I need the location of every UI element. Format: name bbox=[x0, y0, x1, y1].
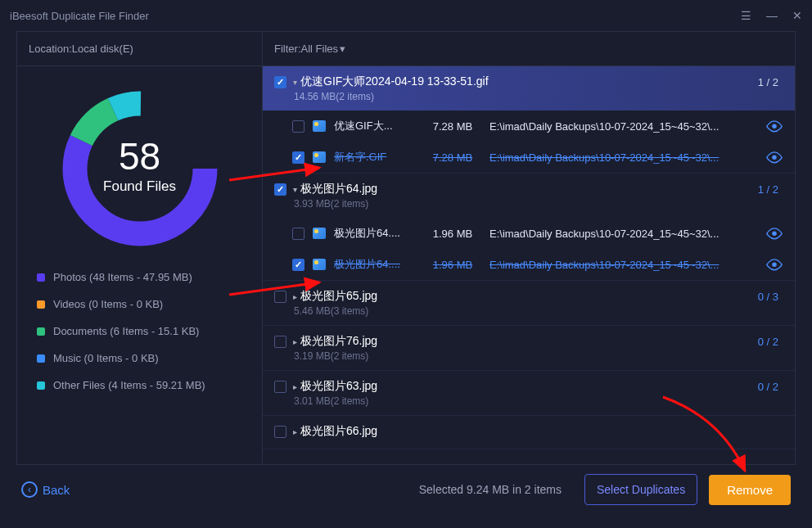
found-count: 58 bbox=[119, 134, 160, 178]
expand-icon[interactable]: ▸ bbox=[293, 337, 297, 346]
legend-label: Music (0 Items - 0 KB) bbox=[53, 352, 159, 364]
svg-point-5 bbox=[772, 232, 776, 236]
group-header[interactable]: ▸极光图片65.jpg0 / 3 bbox=[263, 281, 795, 305]
close-icon[interactable]: ✕ bbox=[792, 9, 802, 22]
legend-swatch bbox=[37, 273, 45, 282]
donut-chart: 58 Found Files bbox=[17, 66, 262, 263]
preview-icon[interactable] bbox=[765, 120, 783, 132]
location-value: Local disk(E) bbox=[72, 43, 133, 55]
file-checkbox[interactable] bbox=[292, 228, 304, 240]
legend-swatch bbox=[37, 354, 45, 363]
svg-point-4 bbox=[772, 156, 776, 160]
found-label: Found Files bbox=[103, 178, 176, 195]
back-icon: ‹ bbox=[21, 481, 38, 498]
file-row[interactable]: 极光图片64....1.96 MBE:\imad\Daily Backups\1… bbox=[263, 249, 795, 280]
location-label: Location: bbox=[29, 43, 72, 55]
filter-value: All Files bbox=[301, 43, 339, 55]
select-duplicates-button[interactable]: Select Duplicates bbox=[584, 474, 697, 505]
remove-button[interactable]: Remove bbox=[709, 475, 791, 505]
preview-icon[interactable] bbox=[765, 228, 783, 239]
selection-summary: Selected 9.24 MB in 2 items bbox=[419, 483, 562, 496]
file-name: 极光图片64.... bbox=[334, 257, 416, 272]
preview-icon[interactable] bbox=[765, 259, 783, 270]
file-checkbox[interactable] bbox=[292, 120, 304, 133]
expand-icon[interactable]: ▾ bbox=[293, 185, 297, 194]
expand-icon[interactable]: ▸ bbox=[293, 427, 297, 436]
group-header[interactable]: ▸极光图片76.jpg0 / 2 bbox=[263, 326, 795, 350]
group-subtitle: 3.93 MB(2 items) bbox=[263, 198, 795, 218]
legend-swatch bbox=[37, 327, 45, 336]
group-subtitle: 3.19 MB(2 items) bbox=[263, 350, 795, 370]
file-checkbox[interactable] bbox=[292, 151, 304, 164]
back-label: Back bbox=[43, 483, 70, 497]
group-subtitle: 3.01 MB(2 items) bbox=[263, 395, 795, 415]
group-checkbox[interactable] bbox=[274, 336, 286, 348]
group-subtitle bbox=[263, 440, 795, 449]
group-name: 极光图片63.jpg bbox=[300, 379, 758, 394]
group-name: 极光图片64.jpg bbox=[300, 182, 758, 196]
group-header[interactable]: ▾优速GIF大师2024-04-19 13-33-51.gif1 / 2 bbox=[263, 66, 795, 91]
image-icon bbox=[313, 120, 326, 132]
file-name: 新名字.GIF bbox=[334, 150, 416, 165]
group-checkbox[interactable] bbox=[274, 381, 286, 393]
expand-icon[interactable]: ▾ bbox=[293, 78, 297, 87]
group-header[interactable]: ▸极光图片63.jpg0 / 2 bbox=[263, 371, 795, 395]
legend-item: Videos (0 Items - 0 KB) bbox=[37, 298, 242, 310]
group-count: 1 / 2 bbox=[758, 76, 778, 88]
file-row[interactable]: 优速GIF大...7.28 MBE:\imad\Daily Backups\10… bbox=[263, 111, 795, 142]
legend-label: Documents (6 Items - 15.1 KB) bbox=[53, 325, 199, 337]
file-size: 7.28 MB bbox=[424, 120, 481, 133]
legend-item: Photos (48 Items - 47.95 MB) bbox=[37, 271, 242, 283]
file-path: E:\imad\Daily Backups\10-07-2024_15~45~3… bbox=[489, 228, 757, 240]
app-title: iBeesoft Duplicate File Finder bbox=[10, 10, 149, 22]
file-size: 1.96 MB bbox=[424, 259, 481, 271]
file-row[interactable]: 极光图片64....1.96 MBE:\imad\Daily Backups\1… bbox=[263, 218, 795, 249]
group-checkbox[interactable] bbox=[274, 291, 286, 303]
group-count: 0 / 2 bbox=[758, 381, 778, 393]
preview-icon[interactable] bbox=[765, 151, 783, 163]
menu-icon[interactable]: ☰ bbox=[741, 9, 751, 22]
image-icon bbox=[313, 259, 326, 270]
legend-swatch bbox=[37, 300, 45, 309]
image-icon bbox=[313, 228, 326, 239]
legend-item: Music (0 Items - 0 KB) bbox=[37, 352, 242, 364]
svg-point-6 bbox=[772, 263, 776, 267]
back-button[interactable]: ‹ Back bbox=[21, 481, 70, 498]
legend-label: Videos (0 Items - 0 KB) bbox=[53, 298, 163, 310]
group-count: 0 / 2 bbox=[758, 336, 778, 348]
file-path: E:\imad\Daily Backups\10-07-2024_15~45~3… bbox=[489, 259, 757, 271]
svg-point-3 bbox=[772, 124, 776, 129]
file-size: 1.96 MB bbox=[424, 228, 481, 240]
file-size: 7.28 MB bbox=[424, 151, 481, 164]
group-checkbox[interactable] bbox=[274, 426, 286, 438]
expand-icon[interactable]: ▸ bbox=[293, 292, 297, 301]
filter-bar[interactable]: Filter:All Files ▾ bbox=[263, 32, 795, 66]
image-icon bbox=[313, 151, 326, 163]
expand-icon[interactable]: ▸ bbox=[293, 382, 297, 391]
group-name: 极光图片76.jpg bbox=[300, 334, 758, 349]
file-path: E:\imad\Daily Backups\10-07-2024_15~45~3… bbox=[489, 151, 757, 164]
legend-item: Other Files (4 Items - 59.21 MB) bbox=[37, 379, 242, 391]
file-checkbox[interactable] bbox=[292, 259, 304, 271]
group-subtitle: 5.46 MB(3 items) bbox=[263, 305, 795, 325]
legend-label: Photos (48 Items - 47.95 MB) bbox=[53, 271, 192, 283]
legend-label: Other Files (4 Items - 59.21 MB) bbox=[53, 379, 205, 391]
minimize-icon[interactable]: — bbox=[766, 9, 778, 22]
group-name: 极光图片66.jpg bbox=[300, 424, 778, 439]
file-row[interactable]: 新名字.GIF7.28 MBE:\imad\Daily Backups\10-0… bbox=[263, 142, 795, 173]
group-header[interactable]: ▾极光图片64.jpg1 / 2 bbox=[263, 174, 795, 198]
group-count: 0 / 3 bbox=[758, 291, 778, 303]
filter-label: Filter: bbox=[274, 43, 301, 55]
group-checkbox[interactable] bbox=[274, 76, 286, 88]
group-checkbox[interactable] bbox=[274, 183, 286, 196]
file-path: E:\imad\Daily Backups\10-07-2024_15~45~3… bbox=[489, 120, 757, 133]
legend-swatch bbox=[37, 381, 45, 390]
group-name: 极光图片65.jpg bbox=[300, 289, 758, 304]
group-header[interactable]: ▸极光图片66.jpg bbox=[263, 416, 795, 440]
location-bar: Location:Local disk(E) bbox=[17, 32, 262, 66]
file-name: 优速GIF大... bbox=[334, 119, 416, 133]
file-name: 极光图片64.... bbox=[334, 226, 416, 241]
chevron-down-icon: ▾ bbox=[340, 43, 345, 55]
group-subtitle: 14.56 MB(2 items) bbox=[263, 89, 795, 111]
group-count: 1 / 2 bbox=[758, 183, 778, 196]
